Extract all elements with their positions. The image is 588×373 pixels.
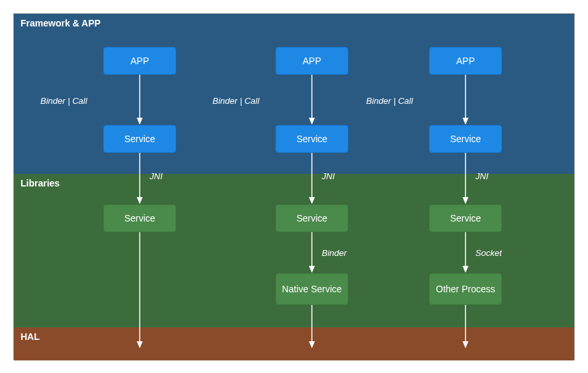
edge-label-binder-call: Binder | Call [213,96,260,106]
node-app: APP [103,47,176,75]
node-service-library: Service [275,204,348,232]
edge-label-binder-call: Binder | Call [40,96,87,106]
layer-hal: HAL [14,327,574,360]
node-service-framework: Service [429,125,502,153]
layer-hal-title: HAL [21,331,40,342]
node-service-framework: Service [275,125,348,153]
node-service-library: Service [429,204,502,232]
edge-label-socket: Socket [475,248,502,258]
edge-label-jni: JNI [150,171,163,181]
node-native-service: Native Service [275,273,348,305]
node-other-process: Other Process [429,273,502,305]
layer-framework-title: Framework & APP [21,18,101,28]
edge-label-jni: JNI [322,171,335,181]
edge-label-jni: JNI [475,171,489,181]
node-app: APP [429,47,502,75]
node-service-library: Service [103,204,176,232]
layer-libraries-title: Libraries [21,178,60,188]
edge-label-binder: Binder [322,248,347,258]
edge-label-binder-call: Binder | Call [366,96,413,106]
node-service-framework: Service [103,125,176,153]
architecture-diagram: Framework & APP Libraries HAL APP Servic… [13,13,575,360]
node-app: APP [275,47,348,75]
